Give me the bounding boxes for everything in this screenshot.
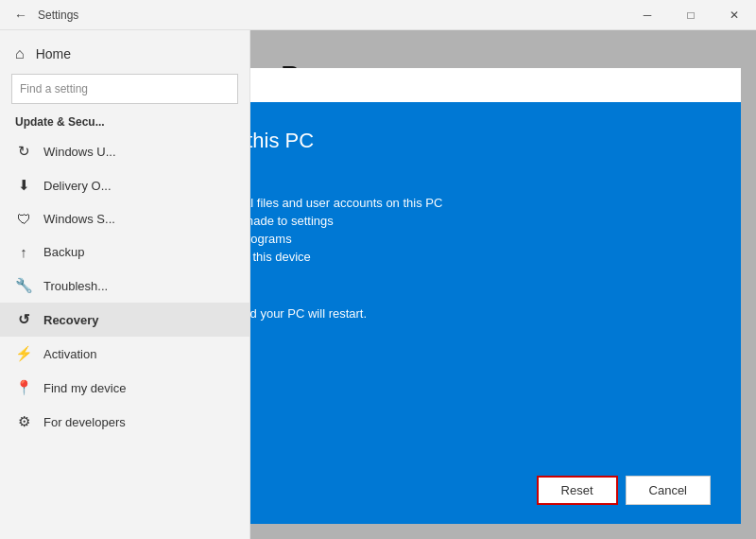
sidebar-item-label: Troublesh... bbox=[43, 279, 108, 293]
title-bar: ← Settings ─ □ ✕ bbox=[0, 0, 756, 30]
list-item: This will take a while and your PC will … bbox=[250, 304, 711, 322]
reset-dialog: Reset this PC Ready to reset this PC Res… bbox=[250, 68, 741, 524]
resetting-label: Resetting will: bbox=[250, 172, 711, 186]
sidebar-item-for-developers[interactable]: ⚙ For developers bbox=[0, 405, 249, 439]
list-item: Remove any changes made to settings bbox=[250, 212, 711, 230]
sidebar-home-label: Home bbox=[36, 46, 71, 61]
dialog-body: Ready to reset this PC Resetting will: R… bbox=[250, 102, 741, 464]
list-item: Remove all the personal files and user a… bbox=[250, 194, 711, 212]
resetting-list: Remove all the personal files and user a… bbox=[250, 194, 711, 266]
sidebar-item-label: Delivery O... bbox=[43, 179, 112, 193]
app-body: ⌂ Home Find a setting Update & Secu... ↻… bbox=[0, 30, 756, 539]
dialog-buttons: Reset Cancel bbox=[537, 476, 711, 505]
backup-icon: ↑ bbox=[15, 244, 32, 260]
maximize-button[interactable]: □ bbox=[669, 0, 713, 30]
sidebar-item-find-my-device[interactable]: 📍 Find my device bbox=[0, 371, 249, 405]
sidebar-item-delivery[interactable]: ⬇ Delivery O... bbox=[0, 168, 249, 202]
home-icon: ⌂ bbox=[15, 45, 25, 62]
note-label: Note: bbox=[250, 283, 711, 297]
sidebar-item-windows-security[interactable]: 🛡 Windows S... bbox=[0, 202, 249, 235]
sidebar: ⌂ Home Find a setting Update & Secu... ↻… bbox=[0, 30, 250, 539]
close-button[interactable]: ✕ bbox=[713, 0, 756, 30]
sidebar-item-backup[interactable]: ↑ Backup bbox=[0, 235, 249, 269]
sidebar-item-label: Backup bbox=[43, 245, 84, 259]
sidebar-item-home[interactable]: ⌂ Home bbox=[0, 38, 249, 70]
developers-icon: ⚙ bbox=[15, 413, 32, 430]
sidebar-item-label: Recovery bbox=[43, 313, 99, 327]
list-item: Remove all apps and programs bbox=[250, 230, 711, 248]
cancel-button[interactable]: Cancel bbox=[626, 476, 711, 505]
app-title: Settings bbox=[38, 9, 78, 22]
back-button[interactable]: ← bbox=[8, 2, 34, 28]
shield-icon: 🛡 bbox=[15, 211, 32, 227]
sidebar-item-activation[interactable]: ⚡ Activation bbox=[0, 337, 249, 371]
dialog-titlebar: Reset this PC bbox=[250, 68, 741, 102]
sidebar-item-label: Activation bbox=[43, 347, 96, 361]
sidebar-item-troubleshoot[interactable]: 🔧 Troublesh... bbox=[0, 269, 249, 303]
window-controls: ─ □ ✕ bbox=[626, 0, 756, 30]
delivery-icon: ⬇ bbox=[15, 177, 32, 194]
minimize-button[interactable]: ─ bbox=[626, 0, 669, 30]
reset-button[interactable]: Reset bbox=[537, 476, 618, 505]
activation-icon: ⚡ bbox=[15, 345, 32, 362]
sidebar-item-label: Windows U... bbox=[43, 145, 116, 159]
list-item: Reinstall Windows from this device bbox=[250, 248, 711, 266]
note-list: This will take a while and your PC will … bbox=[250, 304, 711, 322]
sidebar-item-label: For developers bbox=[43, 415, 126, 429]
troubleshoot-icon: 🔧 bbox=[15, 277, 32, 294]
sidebar-item-label: Windows S... bbox=[43, 212, 115, 226]
dialog-heading: Ready to reset this PC bbox=[250, 129, 711, 153]
sidebar-item-recovery[interactable]: ↺ Recovery bbox=[0, 303, 249, 337]
sidebar-item-windows-update[interactable]: ↻ Windows U... bbox=[0, 134, 249, 168]
search-box[interactable]: Find a setting bbox=[11, 74, 238, 104]
dialog-footer: Learn more Reset Cancel bbox=[250, 464, 741, 524]
find-device-icon: 📍 bbox=[15, 379, 32, 396]
search-placeholder: Find a setting bbox=[20, 82, 88, 96]
sidebar-section-header: Update & Secu... bbox=[0, 112, 249, 134]
recovery-icon: ↺ bbox=[15, 311, 32, 328]
update-icon: ↻ bbox=[15, 143, 32, 160]
content-area: Recovery Reset this PC Ready to reset th… bbox=[250, 30, 756, 539]
sidebar-item-label: Find my device bbox=[43, 381, 126, 395]
